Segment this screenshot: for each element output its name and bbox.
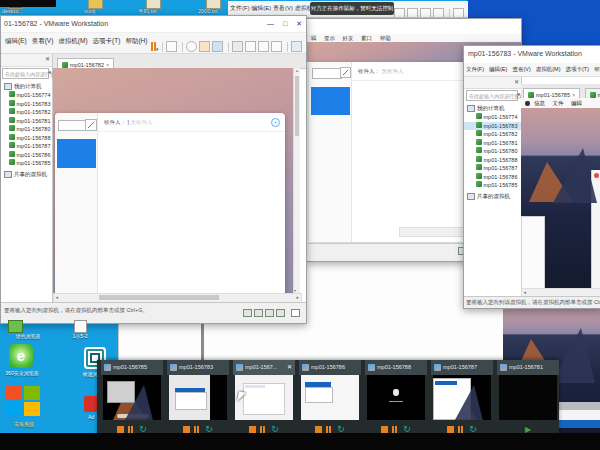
vm-list-item[interactable]: mp01-156788 — [1, 134, 52, 143]
fullscreen-icon[interactable] — [420, 8, 431, 18]
stop-vm-icon[interactable] — [447, 426, 454, 433]
preview-image[interactable] — [367, 375, 425, 420]
preview-close-icon[interactable]: ✕ — [287, 360, 292, 375]
usb-icon[interactable] — [276, 309, 285, 317]
pause-vm-icon[interactable] — [260, 426, 267, 433]
network-icon[interactable] — [265, 309, 274, 317]
title-bar[interactable]: 01-156782 - VMware Workstation —□✕ — [1, 16, 306, 33]
vm-list-item[interactable]: mp01-156783 — [1, 100, 52, 109]
vm-list-item[interactable]: mp01-156780 — [464, 147, 521, 156]
console-view-icon[interactable] — [291, 41, 302, 52]
browser-e-icon[interactable]: e — [9, 344, 33, 368]
vm-preview-thumbnail[interactable]: mp01-156788 ↻ — [365, 360, 427, 437]
thumbnail-bar-icon[interactable] — [245, 41, 256, 52]
search-dropdown-icon[interactable]: ▾ — [48, 69, 51, 75]
stop-vm-icon[interactable] — [117, 426, 124, 433]
mac-menu-item[interactable]: 编辑 — [571, 100, 582, 106]
pause-vm-icon[interactable] — [392, 426, 399, 433]
search-dropdown-icon[interactable]: ▾ — [517, 91, 520, 97]
pause-vm-icon[interactable] — [194, 426, 201, 433]
vm-list-item[interactable]: mp01-156785 — [1, 159, 52, 168]
preview-image[interactable] — [103, 375, 161, 420]
menu-item[interactable]: 查看(V) — [512, 66, 530, 72]
cdrom-icon[interactable] — [254, 309, 263, 317]
library-search-input[interactable]: 在此处输入内容进行搜索 — [466, 90, 518, 101]
menu-item[interactable]: 选项卡(T) — [565, 66, 589, 72]
menu-item[interactable]: 帮助(H) — [125, 37, 147, 44]
background-toolbar-icons[interactable]: ▾ — [394, 4, 468, 18]
library-search-input[interactable]: 在此处输入内容进行搜索 — [2, 68, 49, 79]
menu-item[interactable]: 虚拟机(M) — [58, 37, 87, 44]
messages-search-field[interactable] — [312, 68, 342, 79]
compose-icon[interactable] — [340, 67, 351, 78]
tree-shared[interactable]: 共享的虚拟机 — [1, 170, 52, 179]
vm-display[interactable] — [521, 108, 600, 288]
vm-list-item[interactable]: mp01-156786 — [1, 151, 52, 160]
thumbnail-bar-icon[interactable] — [407, 8, 418, 18]
mac-menu-item[interactable]: 文件 — [553, 100, 564, 106]
vm-list-item[interactable]: mp01-156781 — [1, 117, 52, 126]
menu-bar[interactable]: 编辑(E)查看(V)虚拟机(M)选项卡(T)帮助(H) — [5, 37, 152, 46]
conversation-selected[interactable] — [57, 139, 96, 168]
revert-snapshot-icon[interactable] — [212, 41, 223, 52]
apple-icon[interactable] — [525, 101, 530, 106]
snapshot-clock-icon[interactable] — [186, 41, 197, 52]
close-button[interactable]: ✕ — [296, 20, 302, 27]
vm-preview-thumbnail[interactable]: mp01-156786 ↻ — [299, 360, 361, 437]
conversation-selected[interactable] — [311, 87, 350, 115]
mac-menu-item[interactable]: 显示 — [324, 35, 335, 41]
menu-item[interactable]: 虚拟机(M) — [536, 66, 561, 72]
library-panel-icon[interactable] — [394, 8, 405, 18]
preview-image[interactable] — [301, 375, 359, 420]
menu-item[interactable]: 选项卡(T) — [93, 37, 121, 44]
vm-preview-thumbnail[interactable]: mp01-156783 ↻ — [167, 360, 229, 437]
menu-item[interactable]: 编辑(E) — [489, 66, 507, 72]
vm-list-item[interactable]: mp01-156774 — [464, 113, 521, 122]
menu-item[interactable]: 帮助(H) — [594, 66, 600, 72]
mac-menu-item[interactable]: 好友 — [343, 35, 354, 41]
take-snapshot-icon[interactable] — [199, 41, 210, 52]
file-label[interactable]: 号码.txt — [138, 8, 156, 15]
menu-item[interactable]: 编辑(E) — [5, 37, 27, 44]
vmware-window-front[interactable]: 01-156782 - VMware Workstation —□✕ 编辑(E)… — [0, 15, 307, 324]
message-bar-icon[interactable] — [291, 309, 300, 317]
stop-vm-icon[interactable] — [249, 426, 256, 433]
mac-close-button[interactable] — [594, 173, 599, 178]
vm-list-item[interactable]: mp01-156782 — [1, 108, 52, 117]
vm-display[interactable]: 收件人： | 无收件人 + ▴▾ — [53, 68, 300, 293]
tree-root[interactable]: 我的计算机 — [464, 104, 521, 113]
pause-vm-icon[interactable] — [128, 426, 135, 433]
mac-menu-item[interactable]: 辑 — [311, 35, 317, 41]
compose-icon[interactable] — [85, 119, 97, 131]
desktop-icon-label[interactable]: 安装系统 — [0, 421, 48, 427]
preview-image[interactable] — [499, 375, 557, 420]
vertical-scrollbar[interactable]: ▴▾ — [293, 68, 300, 293]
unity-icon[interactable] — [271, 41, 282, 52]
vm-list-item[interactable]: mp01-156786 — [464, 173, 521, 182]
minimize-button[interactable]: — — [267, 20, 274, 27]
vm-list-item[interactable]: mp01-156785 — [464, 181, 521, 190]
unity-icon[interactable] — [433, 8, 444, 18]
vm-list-item[interactable]: mp01-156783 — [464, 122, 521, 131]
fullscreen-icon[interactable] — [258, 41, 269, 52]
to-field-row[interactable]: 收件人： | 无收件人 + — [98, 113, 285, 132]
title-bar[interactable]: mp01-156783 - VMware Workstation — [464, 46, 600, 62]
vm-preview-thumbnail[interactable]: mp01-156787 ↻ — [431, 360, 493, 437]
menu-bar[interactable]: 文件(F)编辑(E)查看(V)虚拟机(M)选项卡(T)帮助(H) — [464, 63, 600, 77]
console-view-icon[interactable] — [453, 8, 464, 18]
panel-close-icon[interactable]: ✕ — [514, 78, 519, 85]
windows-logo-icon[interactable] — [6, 386, 42, 418]
file-label[interactable]: deskto... — [2, 8, 23, 14]
desktop-icon-label[interactable]: 绿色浏览器 — [0, 333, 56, 339]
panel-close-icon[interactable]: ✕ — [45, 55, 50, 62]
app-icon[interactable] — [8, 320, 23, 333]
stop-vm-icon[interactable] — [381, 426, 388, 433]
mac-menu-item[interactable]: 帮助 — [380, 35, 391, 41]
desktop-icon-label[interactable]: 360安全浏览器 — [0, 370, 44, 376]
menu-item[interactable]: 文件(F) — [466, 66, 484, 72]
mac-menu-item[interactable]: 窗口 — [361, 35, 372, 41]
file-icon[interactable] — [74, 320, 87, 333]
send-ctrl-alt-del-icon[interactable] — [166, 41, 177, 52]
vm-list-item[interactable]: mp01-156787 — [1, 142, 52, 151]
library-panel-icon[interactable] — [232, 41, 243, 52]
